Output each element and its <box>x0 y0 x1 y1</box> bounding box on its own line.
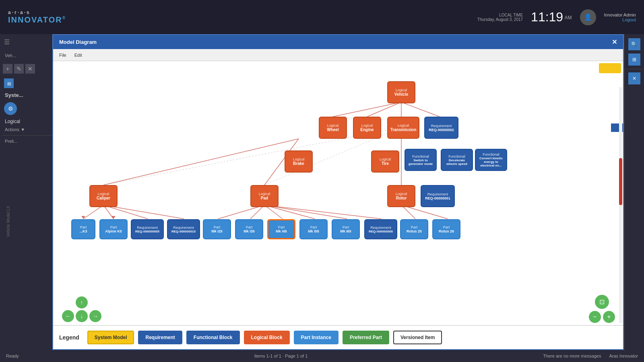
nav-right-btn[interactable]: → <box>89 310 101 322</box>
modal-close-btn[interactable]: ✕ <box>612 38 617 46</box>
node-part-rotus25[interactable]: Part Rotus 25 <box>400 219 428 239</box>
node-tire-type: Logical <box>380 157 391 161</box>
legend-system-model[interactable]: System Model <box>87 331 134 344</box>
node-req4[interactable]: Requirement REQ-000000010 <box>167 219 200 239</box>
node-part-i65-name: Mk I65 <box>340 229 351 233</box>
node-req3-type: Requirement <box>137 226 158 230</box>
logo-innovator-text: INNOVATOR® <box>8 15 66 25</box>
legend-logical-block[interactable]: Logical Block <box>244 331 290 344</box>
node-req5[interactable]: Requirement REQ-000000008 <box>364 219 397 239</box>
node-func2[interactable]: Functional Decelerate wheels speed <box>441 149 473 171</box>
canvas-scrollbar[interactable] <box>619 87 622 323</box>
node-req2[interactable]: Requirement REQ-00000001 <box>421 185 455 207</box>
logo-aras-text: a·r·a·s <box>8 10 66 15</box>
node-transmission[interactable]: Logical Transmission <box>387 117 419 139</box>
legend-requirement[interactable]: Requirement <box>138 331 182 344</box>
node-part-rotus25-type: Part <box>411 225 418 229</box>
legend-part-instance[interactable]: Part Instance <box>294 331 339 344</box>
node-func1-type: Functional <box>412 154 429 158</box>
legend-functional-block[interactable]: Functional Block <box>186 331 240 344</box>
node-brake-type: Logical <box>293 157 305 161</box>
node-rotor[interactable]: Logical Rotor <box>387 185 415 207</box>
node-part-i45-type: Part <box>278 225 285 229</box>
node-part-k3[interactable]: Part ...K3 <box>71 219 95 239</box>
nav-controls: ↑ ← ↓ → <box>61 296 102 323</box>
node-caliper[interactable]: Logical Caliper <box>89 185 118 207</box>
diagram-connections <box>53 61 623 349</box>
sidebar-add-btn[interactable]: + <box>3 64 12 74</box>
legend-versioned-item[interactable]: Versioned Item <box>393 331 442 344</box>
right-panel: 🔍 ⊞ ✕ <box>624 34 644 350</box>
status-messages: There are no more messages <box>543 354 601 358</box>
svg-line-18 <box>401 205 448 219</box>
svg-line-13 <box>264 205 283 219</box>
node-req3[interactable]: Requirement REQ-000000005 <box>131 219 164 239</box>
node-transmission-name: Transmission <box>390 128 416 132</box>
modal-header: Model Diagram ✕ <box>53 35 623 49</box>
node-part-i65-type: Part <box>343 225 349 229</box>
right-panel-grid-btn[interactable]: ⊞ <box>628 53 640 66</box>
node-part-i35-name: Mk I35 <box>244 229 255 233</box>
status-right: There are no more messages Aras Innovato… <box>543 354 638 358</box>
node-func3[interactable]: Functional Convert kinetic energy to ele… <box>475 149 507 171</box>
svg-line-14 <box>264 205 315 219</box>
node-part-i35[interactable]: Part Mk I35 <box>235 219 263 239</box>
node-engine[interactable]: Logical Engine <box>353 117 381 139</box>
node-pad[interactable]: Logical Pad <box>250 185 279 207</box>
modal-toolbar: File Edit <box>53 49 623 61</box>
zoom-in-btn[interactable]: + <box>603 311 615 323</box>
sidebar-delete-btn[interactable]: ✕ <box>25 64 35 74</box>
diagram-canvas: Logical Vehicle Logical Wheel Logical En… <box>53 61 623 349</box>
node-part-i45-name: Mk I45 <box>276 229 287 233</box>
node-req2-type: Requirement <box>427 192 448 196</box>
node-pad-type: Logical <box>259 192 270 196</box>
node-func1[interactable]: Functional Switch to generator mode <box>405 149 437 171</box>
node-tire[interactable]: Logical Tire <box>371 150 399 173</box>
node-part-rotus26[interactable]: Part Rotus 26 <box>432 219 460 239</box>
logout-link[interactable]: Logout <box>622 17 636 22</box>
sidebar-edit-btn[interactable]: ✎ <box>14 64 24 74</box>
node-brake[interactable]: Logical Brake <box>285 150 313 173</box>
right-panel-search-btn[interactable]: 🔍 <box>628 38 640 50</box>
modal-body: F... <box>53 61 623 349</box>
node-part-i55-type: Part <box>310 225 317 229</box>
node-part-alpine[interactable]: Part Alpine K5 <box>99 219 128 239</box>
nav-up-btn[interactable]: ↑ <box>76 296 88 309</box>
legend-preferred-part[interactable]: Preferred Part <box>343 331 389 344</box>
node-req3-name: REQ-000000005 <box>135 230 159 233</box>
node-part-k3-type: Part <box>80 225 87 229</box>
svg-line-9 <box>103 205 148 219</box>
logo-area: a·r·a·s INNOVATOR® <box>8 10 66 25</box>
node-func2-type: Functional <box>448 154 465 158</box>
node-part-i35-type: Part <box>246 225 253 229</box>
node-tire-name: Tire <box>382 161 389 166</box>
node-req1[interactable]: Requirement REQ-00000002 <box>424 117 458 139</box>
nav-down-btn[interactable]: ↓ <box>76 310 88 322</box>
node-vehicle-type: Logical <box>396 88 407 92</box>
node-wheel[interactable]: Logical Wheel <box>319 117 347 139</box>
node-vehicle[interactable]: Logical Vehicle <box>387 81 415 103</box>
gear-icon[interactable]: ⚙ <box>4 102 17 115</box>
node-part-i25[interactable]: Part Mk I25 <box>203 219 231 239</box>
nav-left-btn[interactable]: ← <box>62 310 74 322</box>
node-part-k3-name: ...K3 <box>79 229 87 233</box>
node-caliper-type: Logical <box>98 192 109 196</box>
zoom-fit-btn[interactable]: ⊡ <box>595 295 609 309</box>
node-part-i45[interactable]: Part Mk I45 <box>267 219 295 239</box>
node-part-i65[interactable]: Part Mk I65 <box>332 219 360 239</box>
node-wheel-type: Logical <box>327 123 339 128</box>
sidebar-thumbnail: ▤ <box>4 78 14 88</box>
legend: Legend System Model Requirement Function… <box>53 325 623 349</box>
right-panel-collapse-btn[interactable]: ✕ <box>628 72 640 84</box>
vehicle-model-label: Vehicle Model LX <box>6 206 10 237</box>
node-part-i55[interactable]: Part Mk I55 <box>299 219 328 239</box>
node-req5-name: REQ-000000008 <box>369 230 393 233</box>
node-req1-name: REQ-00000002 <box>429 128 454 132</box>
file-menu-btn[interactable]: File <box>57 52 68 58</box>
zoom-out-btn[interactable]: − <box>589 311 601 323</box>
node-engine-type: Logical <box>361 123 373 128</box>
edit-menu-btn[interactable]: Edit <box>72 52 84 58</box>
date-label: Thursday, August 3, 2017 <box>477 17 523 22</box>
time-info: LOCAL TIME Thursday, August 3, 2017 <box>477 13 523 22</box>
logo-registered: ® <box>62 16 66 20</box>
